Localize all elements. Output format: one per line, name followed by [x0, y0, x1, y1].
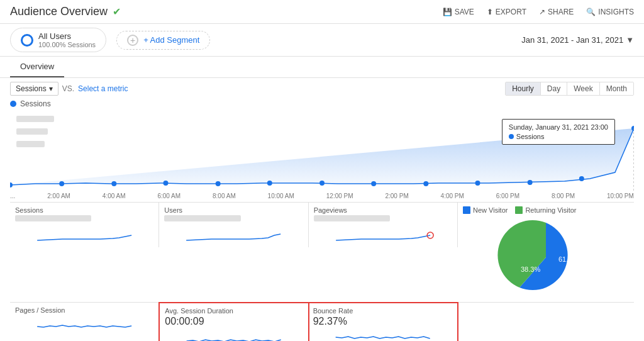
avg-session-sparkline [165, 328, 303, 341]
all-users-segment[interactable]: All Users 100.00% Sessions [10, 28, 106, 52]
metrics-row-2: Pages / Session Avg. Session Duration 00… [10, 302, 634, 341]
users-sparkline [164, 224, 303, 242]
share-button[interactable]: ↗ SHARE [539, 8, 574, 16]
select-metric-link[interactable]: Select a metric [78, 84, 128, 93]
tooltip-series-dot [509, 134, 514, 139]
chart-area: Sessions [0, 99, 644, 191]
pie-chart-area: New Visitor Returning Visitor 61.7% 38.3… [458, 203, 634, 302]
svg-point-4 [216, 181, 221, 186]
tooltip-title: Sunday, January 31, 2021 23:00 [509, 123, 608, 131]
bounce-rate-sparkline [313, 328, 452, 341]
bounce-rate-value: 92.37% [313, 316, 452, 327]
sessions-dot-icon [10, 101, 16, 107]
svg-point-10 [528, 180, 533, 185]
sessions-metric-card: Sessions [10, 203, 159, 247]
users-metric-card: Users [159, 203, 308, 247]
svg-point-3 [163, 181, 168, 186]
svg-point-0 [10, 182, 13, 187]
bounce-rate-name: Bounce Rate [313, 307, 452, 315]
avg-session-duration-value: 00:00:09 [165, 316, 303, 327]
users-metric-name: Users [164, 206, 303, 214]
week-button[interactable]: Week [567, 82, 599, 95]
date-range-arrow-icon: ▼ [626, 35, 634, 45]
dropdown-icon: ▾ [49, 84, 53, 93]
share-icon: ↗ [539, 8, 545, 16]
segment-circle-icon [21, 34, 33, 47]
segments-bar: All Users 100.00% Sessions + + Add Segme… [0, 24, 644, 57]
pageviews-metric-name: Pageviews [314, 206, 452, 214]
pages-per-session-name: Pages / Session [15, 306, 153, 314]
time-buttons-group: Hourly Day Week Month [505, 82, 634, 96]
controls-bar: Sessions ▾ VS. Select a metric Hourly Da… [0, 78, 644, 99]
tab-overview[interactable]: Overview [10, 57, 64, 77]
month-button[interactable]: Month [600, 82, 633, 95]
pageviews-sparkline [314, 224, 452, 242]
svg-point-11 [579, 176, 584, 181]
svg-point-7 [371, 181, 376, 186]
export-button[interactable]: ⬆ EXPORT [487, 8, 526, 16]
verified-icon: ✔ [113, 6, 121, 18]
metric-selector: Sessions ▾ VS. Select a metric [10, 82, 128, 96]
svg-point-8 [423, 181, 428, 186]
all-users-sub: 100.00% Sessions [38, 41, 96, 48]
chart-series-label: Sessions [20, 99, 51, 108]
tooltip-series-label: Sessions [516, 133, 545, 140]
pie-legend: New Visitor Returning Visitor [463, 206, 629, 214]
metrics-row-1: Sessions Users Pageviews New Visitor R [10, 202, 634, 302]
header: Audience Overview ✔ 💾 SAVE ⬆ EXPORT ↗ SH… [0, 0, 644, 24]
returning-visitor-legend-label: Returning Visitor [525, 206, 576, 214]
date-range-picker[interactable]: Jan 31, 2021 - Jan 31, 2021 ▼ [521, 35, 634, 45]
pie-chart: 61.7% 38.3% [483, 216, 609, 298]
insights-icon: 🔍 [586, 8, 596, 16]
svg-point-6 [319, 181, 325, 186]
hourly-button[interactable]: Hourly [506, 82, 541, 95]
all-users-label: All Users [38, 31, 96, 41]
svg-text:61.7%: 61.7% [558, 255, 578, 263]
svg-point-5 [267, 181, 272, 186]
new-visitor-legend-dot [463, 206, 470, 214]
sessions-metric-button[interactable]: Sessions ▾ [10, 82, 58, 96]
add-circle-icon: + [127, 35, 138, 46]
pages-per-session-card: Pages / Session [10, 303, 159, 341]
page-title: Audience Overview [10, 5, 108, 18]
save-icon: 💾 [443, 8, 452, 16]
svg-point-1 [59, 181, 64, 186]
pages-sparkline [15, 315, 153, 333]
date-range-text: Jan 31, 2021 - Jan 31, 2021 [521, 35, 623, 45]
avg-session-duration-card[interactable]: Avg. Session Duration 00:00:09 [158, 302, 309, 341]
vs-text: VS. [62, 84, 74, 93]
add-segment-label: + Add Segment [143, 35, 199, 45]
sessions-sparkline [15, 224, 153, 242]
insights-button[interactable]: 🔍 INSIGHTS [586, 8, 634, 16]
pageviews-metric-card: Pageviews [309, 203, 458, 247]
returning-visitor-legend-dot [515, 206, 523, 214]
avg-session-duration-name: Avg. Session Duration [165, 307, 303, 315]
x-axis: ... 2:00 AM 4:00 AM 6:00 AM 8:00 AM 10:0… [0, 191, 644, 201]
add-segment-button[interactable]: + + Add Segment [116, 31, 210, 50]
chart-tooltip: Sunday, January 31, 2021 23:00 Sessions [502, 119, 615, 145]
svg-point-9 [475, 181, 480, 186]
bounce-rate-card[interactable]: Bounce Rate 92.37% [308, 302, 458, 341]
sessions-metric-name: Sessions [15, 206, 153, 214]
new-visitor-legend-label: New Visitor [473, 206, 508, 214]
tabs-bar: Overview [0, 57, 644, 78]
export-icon: ⬆ [487, 8, 493, 16]
svg-point-2 [111, 181, 116, 186]
day-button[interactable]: Day [541, 82, 567, 95]
save-button[interactable]: 💾 SAVE [443, 8, 474, 16]
svg-text:38.3%: 38.3% [521, 266, 540, 273]
